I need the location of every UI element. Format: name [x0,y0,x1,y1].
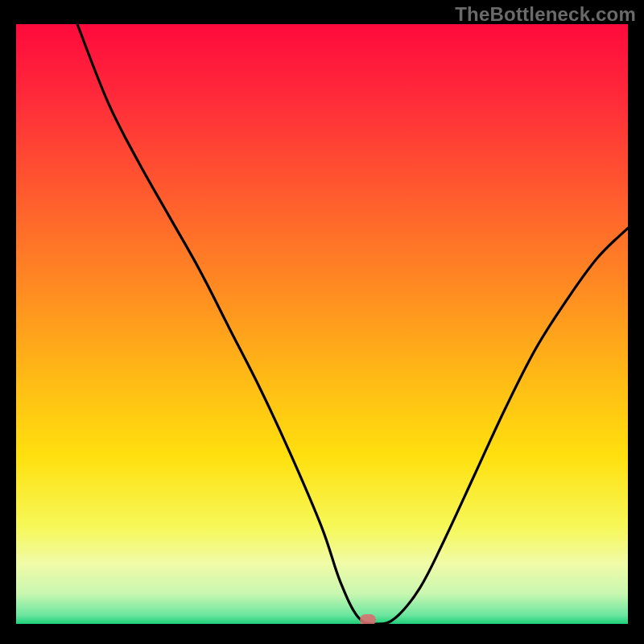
plot-area [16,24,628,624]
chart-frame: TheBottleneck.com [0,0,644,644]
gradient-background [16,24,628,624]
watermark-text: TheBottleneck.com [455,3,636,26]
plot-svg [16,24,628,624]
